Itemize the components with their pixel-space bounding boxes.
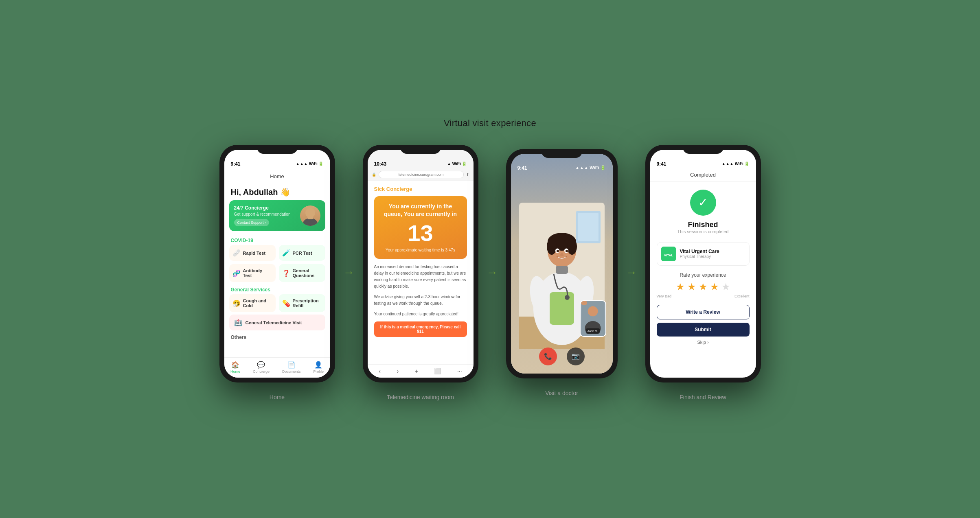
browser-add-icon[interactable]: + [415,368,418,374]
telemedicine-label: General Telemedicine Visit [246,320,302,325]
telemedicine-icon: 🏥 [234,319,242,326]
browser-forward-icon[interactable]: › [397,368,399,374]
finished-subtitle: This session is completed [650,229,756,234]
notch1 [257,145,298,154]
self-name-label: Alex M. [586,328,600,334]
phone3-screen: 9:41 ▲▲▲ WiFi 🔋 [511,154,613,374]
clinic-logo-svg: VITAL [661,247,676,261]
star-3[interactable]: ★ [699,281,708,293]
svg-text:VITAL: VITAL [664,254,673,257]
star-label-excellent: Excellent [734,294,750,298]
bottom-nav: 🏠 Home 💬 Concierge 📄 Documents 👤 Profile [224,357,330,378]
time-3: 9:41 [517,165,527,171]
antibody-label: Antibody Test [243,268,272,278]
p2-queue-banner: You are currently in the queue, You are … [374,196,467,259]
time-2: 10:43 [374,161,387,167]
nav-documents-label: Documents [282,369,301,374]
call-controls: 📞 📷 [511,348,613,365]
avatar-svg [300,205,320,226]
phone1-wrapper: 9:41 ▲▲▲ WiFi 🔋 Home Hi, Abdullah 👋 24/7… [219,145,335,400]
nav-documents[interactable]: 📄 Documents [282,361,301,374]
submit-button[interactable]: Submit [657,323,750,337]
browser-bottom: ‹ › + ⬜ ··· [368,364,474,378]
phone4-wrapper: 9:41 ▲▲▲ WiFi 🔋 Completed ✓ Finished Thi… [645,145,761,400]
avatar-face [300,205,320,226]
svg-point-16 [547,238,557,255]
star-5[interactable]: ★ [721,281,730,293]
cough-label: Cough and Cold [243,298,272,308]
write-review-button[interactable]: Write a Review [657,305,750,319]
p2-content: Sick Concierge You are currently in the … [368,181,474,356]
browser-lock-icon: 🔒 [372,173,376,177]
phone4-label: Finish and Review [680,394,726,400]
end-call-button[interactable]: 📞 [539,348,557,365]
service-antibody-test[interactable]: 🧬 Antibody Test [229,264,276,282]
p1-header: Home [224,168,330,182]
browser-share-icon[interactable]: ⬆ [466,173,469,177]
p2-brand: Sick Concierge [374,186,467,192]
clinic-logo: VITAL [661,247,676,261]
banner-avatar [300,205,320,226]
phone1: 9:41 ▲▲▲ WiFi 🔋 Home Hi, Abdullah 👋 24/7… [219,145,335,382]
prescription-label: Prescription Refill [293,298,322,308]
rapid-test-icon: 🩹 [232,249,241,257]
nav-concierge[interactable]: 💬 Concierge [253,361,270,374]
p2-desc2: We advise giving yourself a 2-3 hour win… [374,294,467,307]
svg-point-21 [566,250,568,252]
p2-desc1: An increased demand for testing has caus… [374,264,467,290]
page-title: Virtual visit experience [444,118,536,129]
phone2-wrapper: 10:43 ▲ WiFi 🔋 🔒 telemedicine.curogram.c… [363,145,478,400]
banner-subtitle: Get support & recommendation [234,212,291,216]
clinic-card: VITAL Vital Urgent Care Physical Therapy [657,242,750,266]
questions-label: General Questions [293,268,322,278]
browser-menu-icon[interactable]: ··· [457,368,462,374]
svg-rect-5 [578,213,599,241]
svg-point-24 [588,306,598,316]
skip-button[interactable]: Skip › [657,340,750,345]
svg-rect-22 [556,266,568,274]
documents-icon: 📄 [287,361,296,369]
browser-url[interactable]: telemedicine.curogram.com [379,171,464,178]
banner-btn[interactable]: Contact Support › [234,219,270,226]
service-pcr-test[interactable]: 🧪 PCR Test [279,245,325,261]
arrow-3: → [626,266,637,279]
phone3-label: Visit a doctor [545,390,578,396]
star-2[interactable]: ★ [687,281,696,293]
service-cough-cold[interactable]: 🤧 Cough and Cold [229,294,276,312]
camera-button[interactable]: 📷 [567,348,585,365]
clinic-type: Physical Therapy [680,254,719,259]
cough-icon: 🤧 [232,299,241,307]
service-prescription[interactable]: 💊 Prescription Refill [279,294,325,312]
p1-greeting: Hi, Abdullah 👋 [224,182,330,200]
time-4: 9:41 [657,161,666,167]
browser-bar: 🔒 telemedicine.curogram.com ⬆ [368,168,474,181]
p1-banner[interactable]: 24/7 Concierge Get support & recommendat… [229,200,325,232]
service-telemedicine[interactable]: 🏥 General Telemedicine Visit [229,315,325,330]
antibody-icon: 🧬 [232,269,241,277]
phone3: 9:41 ▲▲▲ WiFi 🔋 [506,149,618,378]
svg-rect-2 [307,216,313,219]
nav-profile-label: Profile [313,369,324,374]
star-rating[interactable]: ★ ★ ★ ★ ★ [657,281,750,293]
completed-check-icon: ✓ [690,190,716,216]
nav-home[interactable]: 🏠 Home [230,361,240,374]
phones-row: 9:41 ▲▲▲ WiFi 🔋 Home Hi, Abdullah 👋 24/7… [219,145,761,400]
pcr-test-icon: 🧪 [282,249,290,257]
clinic-section: VITAL Vital Urgent Care Physical Therapy… [650,242,756,345]
self-view: Alex M. [580,300,606,337]
star-1[interactable]: ★ [676,281,685,293]
star-4[interactable]: ★ [710,281,719,293]
clinic-name: Vital Urgent Care [680,249,719,254]
browser-tab-icon[interactable]: ⬜ [434,368,441,374]
rate-title: Rate your experience [657,272,750,278]
p2-emergency[interactable]: If this is a medical emergency, Please c… [374,321,467,337]
nav-profile[interactable]: 👤 Profile [313,361,324,374]
banner-title: 24/7 Concierge [234,205,291,212]
nav-concierge-label: Concierge [253,369,270,374]
general-section-title: General Services [224,284,330,294]
star-label-bad: Very Bad [657,294,672,298]
service-rapid-test[interactable]: 🩹 Rapid Test [229,245,276,261]
browser-back-icon[interactable]: ‹ [379,368,381,374]
svg-point-12 [565,295,570,300]
service-general-questions[interactable]: ❓ General Questions [279,264,325,282]
